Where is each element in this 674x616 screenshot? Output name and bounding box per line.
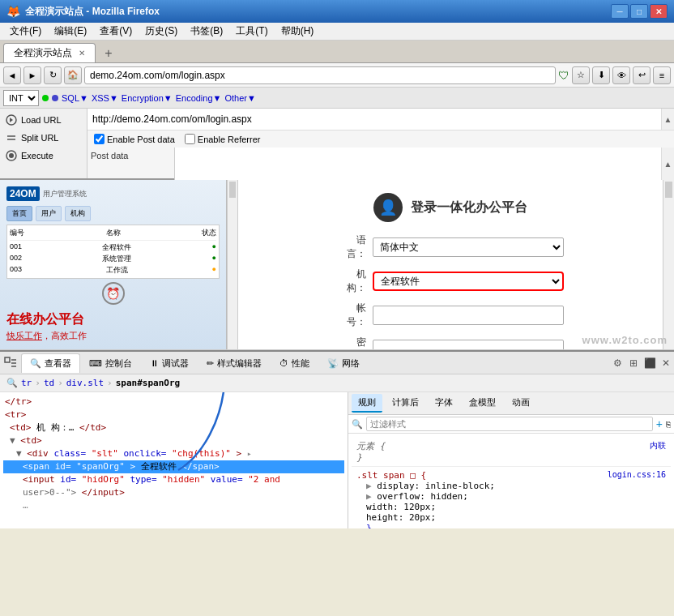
minimize-button[interactable]: ─ <box>611 4 629 19</box>
css-filter-input[interactable] <box>366 417 653 431</box>
tab-performance[interactable]: ⏱ 性能 <box>271 353 318 373</box>
breadcrumb-td[interactable]: td <box>44 378 54 388</box>
devtools-close[interactable]: ✕ <box>658 355 674 371</box>
menu-history[interactable]: 历史(S) <box>139 23 184 40</box>
split-url-button[interactable]: Split URL <box>2 130 85 146</box>
other-menu[interactable]: Other▼ <box>224 93 255 103</box>
org-label: 机 构： <box>337 267 366 295</box>
nav-extra-2[interactable]: ⬇ <box>592 66 610 84</box>
post-data-textarea[interactable] <box>175 148 661 180</box>
load-url-button[interactable]: Load URL <box>2 112 85 128</box>
tab-network[interactable]: 📡 网络 <box>318 353 369 373</box>
encoding-menu[interactable]: Encoding▼ <box>176 93 222 103</box>
enable-referrer-checkbox[interactable] <box>185 134 195 144</box>
middle-scrollbar[interactable] <box>227 180 238 349</box>
tab-animations[interactable]: 动画 <box>506 394 536 413</box>
menu-bookmarks[interactable]: 书签(B) <box>184 23 229 40</box>
menu-edit[interactable]: 编辑(E) <box>48 23 93 40</box>
address-bar[interactable] <box>84 66 556 84</box>
devtools-dock[interactable]: ⬛ <box>642 355 658 371</box>
language-select[interactable]: 简体中文 <box>373 237 564 257</box>
right-scrollbar[interactable] <box>663 180 674 349</box>
maximize-button[interactable]: □ <box>630 4 648 19</box>
nav-extra-4[interactable]: ↩ <box>633 66 651 84</box>
password-row: 密 码： <box>337 336 564 350</box>
addon-select[interactable]: INT <box>3 90 39 106</box>
hackbar-url-input[interactable] <box>87 109 661 130</box>
account-input[interactable] <box>373 306 564 325</box>
reload-button[interactable]: ↻ <box>44 66 62 84</box>
hackbar-scroll-up[interactable]: ▲ <box>661 109 674 130</box>
menu-help[interactable]: 帮助(H) <box>275 23 321 40</box>
console-icon: ⌨ <box>89 358 102 369</box>
menu-tools[interactable]: 工具(T) <box>229 23 274 40</box>
devtools-responsive[interactable]: ⊞ <box>625 355 642 371</box>
menubar: 文件(F) 编辑(E) 查看(V) 历史(S) 书签(B) 工具(T) 帮助(H… <box>0 23 674 41</box>
org-row: 机 构： 全程软件 <box>337 267 564 295</box>
breadcrumb-div[interactable]: div.slt <box>66 378 104 388</box>
new-tab-button[interactable]: + <box>99 45 118 62</box>
sql-menu[interactable]: SQL▼ <box>62 93 88 103</box>
login-css-source[interactable]: login.css:16 <box>608 470 666 481</box>
execute-button[interactable]: Execute <box>2 148 85 164</box>
language-row: 语 言： 简体中文 <box>337 233 564 261</box>
encryption-menu[interactable]: Encryption▼ <box>122 93 173 103</box>
nav-extra-1[interactable]: ☆ <box>572 66 590 84</box>
tab-inspector[interactable]: 🔍 查看器 <box>21 353 80 373</box>
user-avatar-icon: 👤 <box>373 193 403 222</box>
firefox-icon: 🦊 <box>6 5 20 18</box>
execute-icon <box>5 149 18 162</box>
inspector-icon: 🔍 <box>30 358 41 369</box>
devtools-settings[interactable]: ⚙ <box>609 355 625 371</box>
enable-referrer-label[interactable]: Enable Referrer <box>185 134 261 144</box>
tab-box-model[interactable]: 盒模型 <box>463 394 502 413</box>
slt-span-selector: .slt span □ { <box>356 470 426 481</box>
tab-style-editor[interactable]: ✏ 样式编辑器 <box>198 353 271 373</box>
enable-post-checkbox[interactable] <box>94 134 105 144</box>
login-page-mockup: 24OM 用户管理系统 首页 用户 机构 编号名称状态 001全程软件● 002… <box>0 180 674 349</box>
tab-main[interactable]: 全程演示站点 ✕ <box>3 43 96 62</box>
close-button[interactable]: ✕ <box>650 4 668 19</box>
org-select[interactable]: 全程软件 <box>373 272 564 291</box>
forward-button[interactable]: ► <box>23 66 41 84</box>
nav-menu-button[interactable]: ≡ <box>653 66 671 84</box>
nav-extra-3[interactable]: 👁 <box>612 66 630 84</box>
menu-file[interactable]: 文件(F) <box>3 23 48 40</box>
devtools-content: 🔍 tr › td › div.slt › span#spanOrg </tr>… <box>0 374 674 528</box>
load-url-label: Load URL <box>21 115 62 125</box>
tab-close-button[interactable]: ✕ <box>79 49 85 58</box>
nav-tab-1[interactable]: 首页 <box>6 206 32 221</box>
hackbar-checkboxes: Enable Post data Enable Referrer <box>87 130 674 148</box>
html-line-2: <tr> <box>3 409 344 421</box>
devtools-element-picker[interactable] <box>2 354 19 372</box>
tab-debugger[interactable]: ⏸ 调试器 <box>141 353 198 373</box>
tab-computed[interactable]: 计算后 <box>386 394 425 413</box>
home-button[interactable]: 🏠 <box>64 66 82 84</box>
window-controls: ─ □ ✕ <box>611 4 668 19</box>
hackbar-scroll-right[interactable]: ▲ <box>661 148 674 180</box>
password-input[interactable] <box>373 340 564 350</box>
html-line-6[interactable]: <span id= "spanOrg" > 全程软件 </span> <box>3 460 344 473</box>
xss-menu[interactable]: XSS▼ <box>92 93 118 103</box>
html-line-7: <input id= "hidOrg" type= "hidden" value… <box>3 473 344 486</box>
nav-tab-2[interactable]: 用户 <box>36 206 62 221</box>
tab-rules[interactable]: 规则 <box>352 394 382 413</box>
breadcrumb-tr[interactable]: tr <box>21 378 32 388</box>
post-data-label: Post data <box>91 151 128 160</box>
css-copy-icon[interactable]: ⎘ <box>666 420 671 429</box>
nav-tab-3[interactable]: 机构 <box>65 206 91 221</box>
back-button[interactable]: ◄ <box>3 66 21 84</box>
login-title: 登录一体化办公平台 <box>411 199 527 216</box>
inline-source[interactable]: 内联 <box>650 440 666 451</box>
breadcrumb-search-icon[interactable]: 🔍 <box>6 378 18 388</box>
css-prop-height: height: 20px; <box>356 512 666 523</box>
breadcrumb-span[interactable]: span#spanOrg <box>116 378 180 388</box>
devtools-panel: 🔍 查看器 ⌨ 控制台 ⏸ 调试器 ✏ 样式编辑器 ⏱ 性能 📡 网络 ⚙ ⊞ … <box>0 350 674 528</box>
hackbar-post-area: Post data ▲ <box>87 148 674 180</box>
tab-console[interactable]: ⌨ 控制台 <box>80 353 141 373</box>
enable-post-label[interactable]: Enable Post data <box>94 134 175 144</box>
tab-fonts[interactable]: 字体 <box>429 394 459 413</box>
html-line-5: ▼ <div class= "slt" onclick= "chg(this)"… <box>3 447 344 460</box>
css-add-rule[interactable]: + <box>656 417 663 430</box>
menu-view[interactable]: 查看(V) <box>93 23 139 40</box>
